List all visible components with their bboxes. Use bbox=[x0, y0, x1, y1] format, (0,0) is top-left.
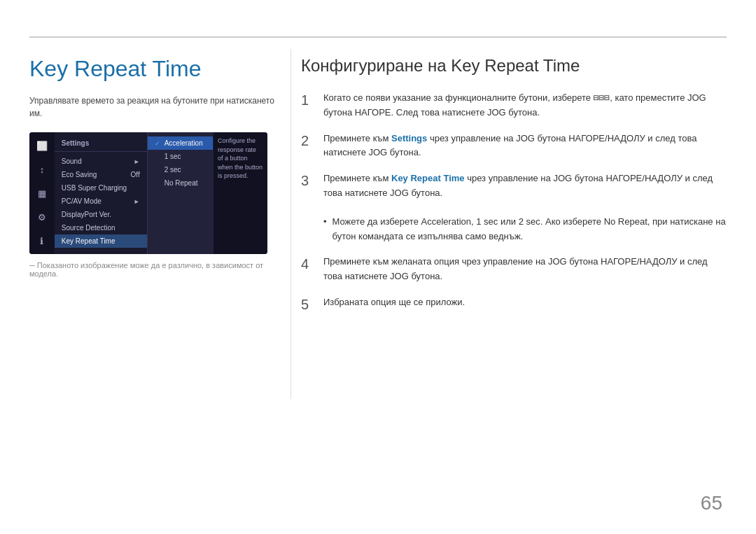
step-5: 5 Избраната опция ще се приложи. bbox=[301, 295, 727, 314]
bullet-dot: • bbox=[323, 216, 327, 227]
menu-item-keyrepeat-label: Key Repeat Time bbox=[62, 237, 115, 245]
step-5-number: 5 bbox=[301, 295, 315, 314]
submenu-item-acceleration[interactable]: ✓ Acceleration bbox=[148, 136, 213, 150]
step-3-highlight-keyrepeat: Key Repeat Time bbox=[391, 173, 465, 183]
step-2-text: Преминете към Settings чрез управление н… bbox=[323, 132, 727, 161]
monitor-menu: Settings Sound ► Eco Saving Off USB Supe… bbox=[55, 132, 147, 254]
step-2-number: 2 bbox=[301, 132, 315, 150]
menu-item-keyrepeat[interactable]: Key Repeat Time bbox=[55, 234, 147, 248]
menu-item-source[interactable]: Source Detection bbox=[55, 221, 147, 234]
check-icon: ✓ bbox=[155, 140, 162, 147]
submenu-item-2sec-label: 2 sec bbox=[164, 166, 181, 174]
menu-header: Settings bbox=[55, 136, 147, 152]
menu-item-pcav-arrow: ► bbox=[134, 198, 140, 205]
submenu-item-norepeat-label: No Repeat bbox=[164, 179, 198, 187]
submenu-item-acceleration-label: Acceleration bbox=[164, 139, 203, 147]
menu-item-source-label: Source Detection bbox=[62, 224, 115, 232]
step-3: 3 Преминете към Key Repeat Time чрез упр… bbox=[301, 171, 727, 201]
menu-item-sound-label: Sound bbox=[62, 157, 82, 165]
monitor-icon-info: ℹ bbox=[34, 233, 50, 248]
bullet-item-1: • Можете да изберете Acceleration, 1 sec… bbox=[323, 215, 727, 244]
menu-item-usb-label: USB Super Charging bbox=[62, 184, 127, 192]
section-title: Конфигуриране на Key Repeat Time bbox=[301, 56, 727, 76]
step-2-highlight-settings: Settings bbox=[391, 133, 427, 143]
step-1-number: 1 bbox=[301, 91, 315, 109]
menu-item-eco[interactable]: Eco Saving Off bbox=[55, 168, 147, 181]
submenu: ✓ Acceleration 1 sec 2 sec No Repeat bbox=[147, 132, 213, 254]
bullet-text: Можете да изберете Acceleration, 1 sec и… bbox=[332, 215, 727, 244]
menu-item-sound[interactable]: Sound ► bbox=[55, 155, 147, 168]
step-1-text: Когато се появи указание за функционални… bbox=[323, 91, 727, 120]
bullet-highlight-2sec: 2 sec bbox=[519, 216, 540, 227]
top-divider bbox=[29, 36, 727, 38]
menu-item-eco-value: Off bbox=[131, 171, 140, 178]
menu-item-eco-label: Eco Saving bbox=[62, 171, 97, 178]
monitor-icon-gear: ⚙ bbox=[34, 209, 50, 225]
menu-item-displayport-label: DisplayPort Ver. bbox=[62, 211, 111, 218]
subtitle-text: Управлявате времето за реакция на бутони… bbox=[29, 94, 281, 120]
step-4-number: 4 bbox=[301, 255, 315, 273]
step-4-text: Преминете към желаната опция чрез управл… bbox=[323, 255, 727, 284]
submenu-item-1sec[interactable]: 1 sec bbox=[148, 150, 213, 163]
monitor-icon-grid: ▦ bbox=[34, 185, 50, 201]
bullet-highlight-norepeat: No Repeat bbox=[604, 216, 648, 227]
step-3-text: Преминете към Key Repeat Time чрез управ… bbox=[323, 171, 727, 201]
info-panel: Configure the response rate of a button … bbox=[213, 132, 267, 254]
page-number: 65 bbox=[701, 492, 722, 514]
monitor-icons: ⬜ ↕ ▦ ⚙ ℹ bbox=[29, 132, 55, 254]
submenu-item-norepeat[interactable]: No Repeat bbox=[148, 176, 213, 190]
step-4: 4 Преминете към желаната опция чрез упра… bbox=[301, 255, 727, 284]
page-title: Key Repeat Time bbox=[29, 56, 281, 82]
bullet-highlight-acceleration: Acceleration bbox=[421, 216, 471, 227]
monitor-icon-display: ⬜ bbox=[34, 138, 50, 153]
step-1: 1 Когато се появи указание за функционал… bbox=[301, 91, 727, 120]
vertical-divider bbox=[290, 49, 291, 399]
step-3-number: 3 bbox=[301, 171, 315, 190]
menu-item-pcav[interactable]: PC/AV Mode ► bbox=[55, 195, 147, 208]
menu-item-pcav-label: PC/AV Mode bbox=[62, 197, 102, 205]
right-column: Конфигуриране на Key Repeat Time 1 Когат… bbox=[301, 49, 727, 314]
steps-container: 1 Когато се появи указание за функционал… bbox=[301, 91, 727, 314]
step-2: 2 Преминете към Settings чрез управление… bbox=[301, 132, 727, 161]
step-5-text: Избраната опция ще се приложи. bbox=[323, 295, 465, 310]
menu-item-displayport[interactable]: DisplayPort Ver. bbox=[55, 208, 147, 221]
monitor-mockup: ⬜ ↕ ▦ ⚙ ℹ Settings Sound ► Eco Saving Of… bbox=[29, 132, 267, 254]
info-panel-text: Configure the response rate of a button … bbox=[218, 137, 262, 179]
note-text: ─ Показаното изображение може да е разли… bbox=[29, 261, 281, 278]
left-column: Key Repeat Time Управлявате времето за р… bbox=[29, 49, 281, 278]
menu-item-sound-arrow: ► bbox=[134, 158, 140, 165]
bullet-highlight-1sec: 1 sec bbox=[476, 216, 498, 227]
submenu-item-2sec[interactable]: 2 sec bbox=[148, 163, 213, 176]
monitor-icon-arrows: ↕ bbox=[34, 162, 50, 177]
submenu-item-1sec-label: 1 sec bbox=[164, 153, 181, 160]
menu-item-usb[interactable]: USB Super Charging bbox=[55, 181, 147, 195]
